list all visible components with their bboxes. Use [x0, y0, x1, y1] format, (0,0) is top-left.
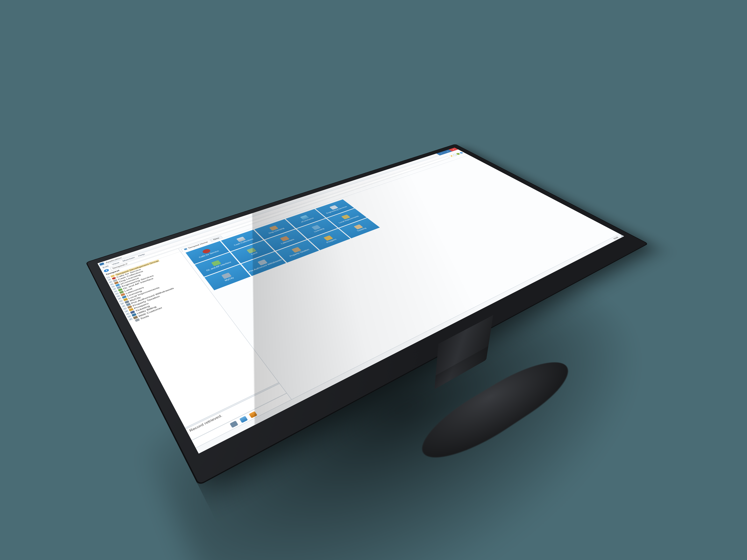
help-icon[interactable]: ? [459, 152, 463, 154]
module-icon[interactable] [229, 421, 238, 428]
home-icon[interactable] [249, 411, 257, 418]
config-icon[interactable] [239, 416, 248, 423]
app-icon [99, 262, 104, 266]
tab-icon [184, 248, 187, 250]
clear-icon[interactable] [449, 155, 454, 157]
box-icon[interactable] [453, 154, 457, 156]
flag-icon[interactable] [456, 153, 460, 155]
